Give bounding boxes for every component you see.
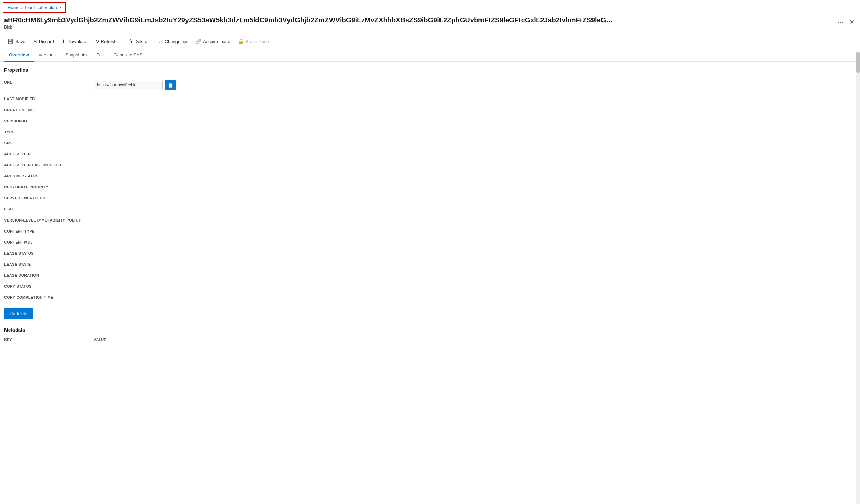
title-actions: ⋯ ✕ xyxy=(836,15,860,27)
content-type-value xyxy=(94,226,856,237)
toolbar-divider-1 xyxy=(122,38,122,45)
creation-time-label: CREATION TIME xyxy=(4,104,94,115)
copy-status-value xyxy=(94,281,856,292)
blob-title: aHR0cHM6Ly9mb3VydGhjb2ZmZWVibG9iLmJsb2Iu… xyxy=(0,15,621,24)
title-row: aHR0cHM6Ly9mb3VydGhjb2ZmZWVibG9iLmJsb2Iu… xyxy=(0,15,860,34)
tab-generate-sas[interactable]: Generate SAS xyxy=(109,49,148,62)
acquire-lease-icon: 🔗 xyxy=(195,39,201,44)
content-md5-label: CONTENT-MD5 xyxy=(4,237,94,248)
close-icon: ✕ xyxy=(849,19,854,25)
content-type-label: CONTENT-TYPE xyxy=(4,226,94,237)
more-options-button[interactable]: ⋯ xyxy=(836,17,845,27)
undelete-button[interactable]: Undelete xyxy=(4,308,33,319)
change-tier-icon: ⇄ xyxy=(159,39,163,44)
version-level-immutability-label: VERSION-LEVEL IMMUTABILITY POLICY xyxy=(4,215,94,226)
metadata-section-title: Metadata xyxy=(4,327,856,333)
version-id-label: VERSION ID xyxy=(4,115,94,126)
break-lease-icon: 🔓 xyxy=(238,39,244,44)
server-encrypted-value xyxy=(94,193,856,204)
rehydrate-priority-label: REHYDRATE PRIORITY xyxy=(4,182,94,193)
content-area: Properties URL 📋 LAST MODIFIED CREATION … xyxy=(0,62,860,497)
breadcrumb-home[interactable]: Home xyxy=(8,5,20,10)
tab-snapshots[interactable]: Snapshots xyxy=(61,49,91,62)
copy-completion-time-label: COPY COMPLETION TIME xyxy=(4,292,94,303)
close-button[interactable]: ✕ xyxy=(848,17,856,27)
size-value xyxy=(94,137,856,148)
breadcrumb-sep1: > xyxy=(21,5,24,10)
access-tier-label: ACCESS TIER xyxy=(4,148,94,160)
copy-icon: 📋 xyxy=(168,82,173,88)
url-label: URL xyxy=(4,77,94,93)
refresh-icon: ↻ xyxy=(95,39,99,44)
copy-completion-time-value xyxy=(94,292,856,303)
discard-label: Discard xyxy=(39,39,54,44)
toolbar-divider-2 xyxy=(153,38,153,45)
lease-status-value xyxy=(94,248,856,259)
tabs-bar: Overview Versions Snapshots Edit Generat… xyxy=(0,49,860,62)
change-tier-label: Change tier xyxy=(165,39,188,44)
version-id-value xyxy=(94,115,856,126)
refresh-label: Refresh xyxy=(101,39,117,44)
refresh-button[interactable]: ↻ Refresh xyxy=(92,37,120,46)
archive-status-label: ARCHIVE STATUS xyxy=(4,171,94,182)
toolbar: 💾 Save ✕ Discard ⬇ Download ↻ Refresh 🗑 … xyxy=(0,34,860,49)
more-icon: ⋯ xyxy=(838,19,844,25)
delete-button[interactable]: 🗑 Delete xyxy=(124,37,151,46)
save-icon: 💾 xyxy=(8,39,13,44)
tab-versions[interactable]: Versions xyxy=(34,49,61,62)
download-icon: ⬇ xyxy=(62,39,66,44)
server-encrypted-label: SERVER ENCRYPTED xyxy=(4,193,94,204)
version-level-immutability-value xyxy=(94,215,856,226)
last-modified-label: LAST MODIFIED xyxy=(4,93,94,104)
url-value: 📋 xyxy=(94,77,856,93)
acquire-lease-button[interactable]: 🔗 Acquire lease xyxy=(192,37,234,46)
change-tier-button[interactable]: ⇄ Change tier xyxy=(155,37,191,46)
scrollbar-thumb[interactable] xyxy=(856,52,860,73)
copy-status-label: COPY STATUS xyxy=(4,281,94,292)
delete-icon: 🗑 xyxy=(128,39,133,44)
download-label: Download xyxy=(68,39,88,44)
lease-state-label: LEASE STATE xyxy=(4,259,94,270)
save-button[interactable]: 💾 Save xyxy=(4,37,29,46)
rehydrate-priority-value xyxy=(94,182,856,193)
properties-grid: URL 📋 LAST MODIFIED CREATION TIME VERSIO… xyxy=(4,77,856,303)
download-button[interactable]: ⬇ Download xyxy=(58,37,91,46)
breadcrumb-sep2: > xyxy=(58,5,61,10)
content-md5-value xyxy=(94,237,856,248)
access-tier-last-modified-value xyxy=(94,160,856,171)
delete-label: Delete xyxy=(134,39,148,44)
lease-state-value xyxy=(94,259,856,270)
breadcrumb-container[interactable]: fourthcoffeeblob xyxy=(25,5,57,10)
type-label: TYPE xyxy=(4,126,94,137)
last-modified-value xyxy=(94,93,856,104)
title-block: aHR0cHM6Ly9mb3VydGhjb2ZmZWVibG9iLmJsb2Iu… xyxy=(0,15,641,32)
lease-duration-label: LEASE DURATION xyxy=(4,270,94,281)
tab-overview[interactable]: Overview xyxy=(4,49,34,62)
access-tier-last-modified-label: ACCESS TIER LAST MODIFIED xyxy=(4,160,94,171)
lease-duration-value xyxy=(94,270,856,281)
lease-status-label: LEASE STATUS xyxy=(4,248,94,259)
scrollbar-track[interactable] xyxy=(856,52,860,497)
creation-time-value xyxy=(94,104,856,115)
break-lease-label: Break lease xyxy=(245,39,269,44)
type-value xyxy=(94,126,856,137)
tab-edit[interactable]: Edit xyxy=(91,49,109,62)
etag-label: ETAG xyxy=(4,204,94,215)
metadata-key-header: Key xyxy=(4,336,94,344)
discard-icon: ✕ xyxy=(33,39,37,44)
copy-url-button[interactable]: 📋 xyxy=(165,80,176,90)
breadcrumb: Home > fourthcoffeeblob > xyxy=(3,2,66,13)
archive-status-value xyxy=(94,171,856,182)
blob-subtitle: Blob xyxy=(0,24,641,32)
metadata-value-header: Value xyxy=(94,336,856,344)
save-label: Save xyxy=(15,39,26,44)
access-tier-value xyxy=(94,148,856,160)
etag-value xyxy=(94,204,856,215)
metadata-grid: Key Value xyxy=(4,336,856,344)
size-label: SIZE xyxy=(4,137,94,148)
break-lease-button[interactable]: 🔓 Break lease xyxy=(234,37,273,46)
url-input[interactable] xyxy=(94,81,163,89)
discard-button[interactable]: ✕ Discard xyxy=(30,37,58,46)
properties-section-title: Properties xyxy=(4,67,856,73)
acquire-lease-label: Acquire lease xyxy=(203,39,230,44)
